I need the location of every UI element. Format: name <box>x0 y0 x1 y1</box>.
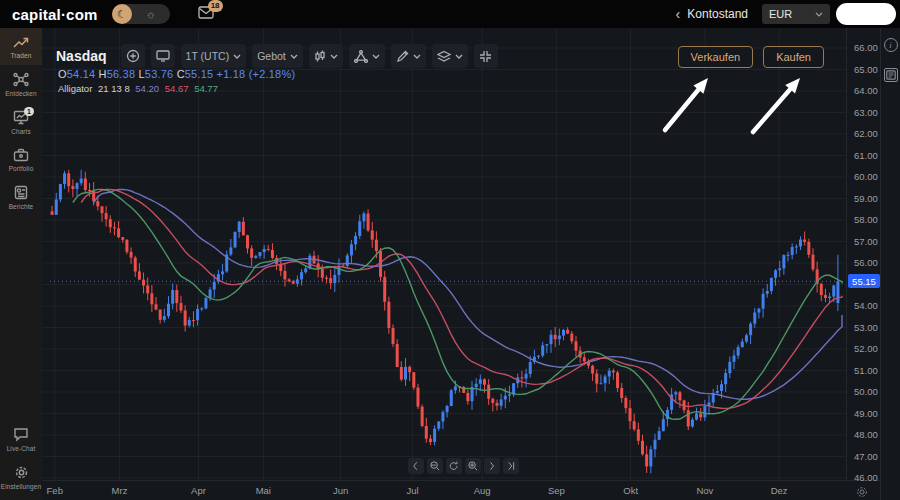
x-axis-label: Okt <box>617 485 645 496</box>
report-document-icon <box>14 185 28 200</box>
y-axis-label: 63.00 <box>854 107 878 118</box>
y-axis-label: 56.00 <box>854 257 878 268</box>
sidebar-item-entdecken[interactable]: Entdecken <box>0 65 42 103</box>
reset-icon <box>448 460 460 472</box>
y-axis-label: 51.00 <box>854 365 878 376</box>
price-axis[interactable]: 66.0065.0064.0063.0062.0061.0060.0059.00… <box>846 28 880 480</box>
y-axis-label: 47.00 <box>854 451 878 462</box>
zoom-out-button[interactable] <box>427 458 443 474</box>
moon-icon[interactable]: ☾ <box>112 4 132 24</box>
messages-button[interactable]: 18 <box>198 5 214 23</box>
sidebar-item-label: Berichte <box>9 203 34 210</box>
sidebar-item-label: Portfolio <box>9 165 34 172</box>
x-axis-label: Sep <box>542 485 570 496</box>
chevron-down-icon <box>233 54 241 59</box>
top-header: capital·com ☾ ☼ 18 ‹ Kontostand EUR <box>0 0 900 28</box>
sidebar-item-traden[interactable]: Traden <box>0 28 42 65</box>
right-rail: i <box>880 28 900 500</box>
x-axis-label: Nov <box>691 485 719 496</box>
indicator-cone-icon <box>354 50 368 63</box>
sidebar-item-berichte[interactable]: Berichte <box>0 178 42 216</box>
y-axis-label: 48.00 <box>854 429 878 440</box>
gear-icon <box>14 465 29 480</box>
discover-network-icon <box>13 72 29 87</box>
pan-left-icon <box>410 460 422 472</box>
info-icon[interactable]: i <box>884 38 898 52</box>
pan-left-button[interactable] <box>408 458 424 474</box>
sun-icon[interactable]: ☼ <box>132 8 170 20</box>
sidebar-spacer <box>0 216 42 420</box>
capital-com-logo: capital·com <box>12 6 98 23</box>
y-axis-label: 52.00 <box>854 343 878 354</box>
kontostand-back-link[interactable]: ‹ Kontostand <box>676 6 748 22</box>
time-axis[interactable]: FebMrzAprMaiJunJulAugSepOktNovDez <box>42 480 880 500</box>
x-axis-label: Dez <box>765 485 793 496</box>
messages-count-badge: 18 <box>208 0 223 12</box>
axis-settings-button[interactable] <box>856 484 868 500</box>
y-axis-label: 50.00 <box>854 386 878 397</box>
sidebar-item-label: Traden <box>11 52 32 59</box>
y-axis-label: 64.00 <box>854 85 878 96</box>
drawing-tools-select[interactable] <box>391 44 426 68</box>
layers-select[interactable] <box>432 44 468 68</box>
chevron-down-icon <box>290 54 298 59</box>
price-mode-select[interactable]: Gebot <box>252 44 303 68</box>
alligator-legend[interactable]: Alligator 21 13 8 54.20 54.67 54.77 <box>58 83 295 94</box>
x-axis-label: Jul <box>399 485 427 496</box>
ohlc-legend: O54.14 H56.38 L53.76 C55.15 +1.18 (+2.18… <box>58 68 295 80</box>
capital-com-app: capital·com ☾ ☼ 18 ‹ Kontostand EUR <box>0 0 900 500</box>
currency-select[interactable]: EUR <box>762 4 830 24</box>
screenshot-button[interactable] <box>151 44 175 68</box>
y-axis-label: 59.00 <box>854 193 878 204</box>
add-symbol-button[interactable] <box>121 44 145 68</box>
sell-button[interactable]: Verkaufen <box>678 46 754 68</box>
chart-type-select[interactable] <box>309 44 343 68</box>
sidebar-item-live-chat[interactable]: Live-Chat <box>0 420 42 458</box>
sidebar-item-label: Charts <box>11 128 31 135</box>
y-axis-label: 66.00 <box>854 42 878 53</box>
trending-up-icon <box>13 35 29 49</box>
zoom-out-icon <box>429 460 441 472</box>
x-axis-label: Jun <box>327 485 355 496</box>
chevron-down-icon <box>815 12 823 17</box>
reset-button[interactable] <box>446 458 462 474</box>
y-axis-label: 65.00 <box>854 64 878 75</box>
last-price-badge: 55.15 <box>848 274 880 288</box>
sidebar-item-label: Einstellungen <box>1 483 41 490</box>
buy-button[interactable]: Kaufen <box>763 46 824 68</box>
monitor-icon <box>156 50 170 62</box>
chat-bubble-icon <box>13 427 29 442</box>
pan-right-button[interactable] <box>484 458 500 474</box>
chart-legend: O54.14 H56.38 L53.76 C55.15 +1.18 (+2.18… <box>58 68 295 94</box>
sidebar-item-label: Entdecken <box>5 90 37 97</box>
chevron-down-icon <box>413 54 421 59</box>
interval-select[interactable]: 1T (UTC) <box>181 44 247 68</box>
briefcase-icon <box>13 148 29 162</box>
chevron-left-icon: ‹ <box>676 6 681 22</box>
account-balance-pill[interactable] <box>836 3 896 25</box>
left-sidebar: Traden Entdecken 1 Charts Portfolio <box>0 28 42 500</box>
y-axis-label: 60.00 <box>854 171 878 182</box>
sidebar-item-einstellungen[interactable]: Einstellungen <box>0 458 42 500</box>
x-axis-label: Aug <box>468 485 496 496</box>
plus-circle-icon <box>126 49 140 63</box>
collapse-button[interactable] <box>474 44 498 68</box>
y-axis-label: 57.00 <box>854 236 878 247</box>
theme-toggle[interactable]: ☾ ☼ <box>112 4 170 24</box>
charts-count-badge: 1 <box>24 107 34 116</box>
candlestick-chart[interactable] <box>42 28 846 480</box>
indicators-select[interactable] <box>349 44 385 68</box>
news-icon[interactable] <box>884 68 898 82</box>
zoom-in-button[interactable] <box>465 458 481 474</box>
x-axis-label: Apr <box>185 485 213 496</box>
currency-value: EUR <box>769 8 792 20</box>
y-axis-label: 54.00 <box>854 300 878 311</box>
go-to-realtime-button[interactable] <box>503 458 519 474</box>
chart-toolbar: Nasdaq 1T (UTC) Gebot <box>56 44 498 68</box>
y-axis-label: 62.00 <box>854 128 878 139</box>
sidebar-item-charts[interactable]: 1 Charts <box>0 103 42 141</box>
zoom-in-icon <box>467 460 479 472</box>
chevron-down-icon <box>330 54 338 59</box>
x-axis-label: Mrz <box>106 485 134 496</box>
sidebar-item-portfolio[interactable]: Portfolio <box>0 141 42 178</box>
